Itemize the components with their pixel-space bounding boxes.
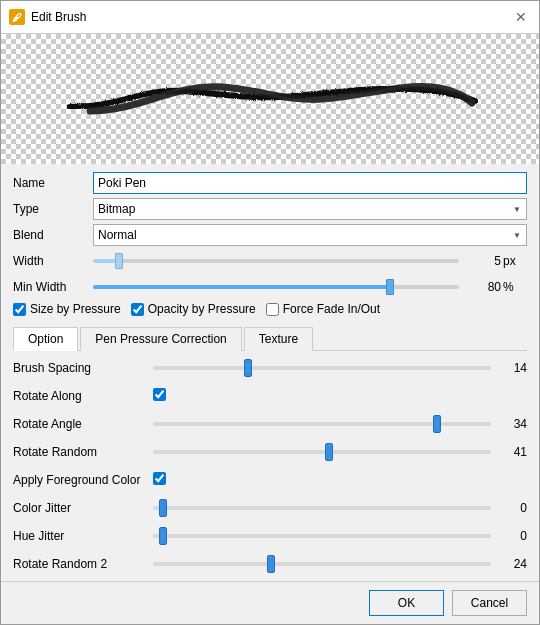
title-bar: 🖌 Edit Brush ✕: [1, 1, 539, 34]
minwidth-value: 80: [465, 280, 501, 294]
hue-jitter-value: 0: [497, 529, 527, 543]
brush-spacing-track[interactable]: [153, 366, 491, 370]
hue-jitter-thumb[interactable]: [159, 527, 167, 545]
apply-fg-color-checkbox-label[interactable]: [153, 472, 166, 488]
rotate-random-row: Rotate Random 41: [13, 441, 527, 463]
size-by-pressure-label: Size by Pressure: [30, 302, 121, 316]
close-button[interactable]: ✕: [511, 7, 531, 27]
blend-row: Blend Normal Multiply Screen: [13, 224, 527, 246]
rotate-random-thumb[interactable]: [325, 443, 333, 461]
tab-option[interactable]: Option: [13, 327, 78, 351]
rotate-along-label: Rotate Along: [13, 389, 153, 403]
name-row: Name: [13, 172, 527, 194]
minwidth-unit: %: [503, 280, 527, 294]
size-by-pressure-item[interactable]: Size by Pressure: [13, 302, 121, 316]
width-slider-wrap: [93, 250, 459, 272]
force-fade-label: Force Fade In/Out: [283, 302, 380, 316]
width-row: Width 5 px: [13, 250, 527, 272]
opacity-by-pressure-label: Opacity by Pressure: [148, 302, 256, 316]
rotate-along-row: Rotate Along: [13, 385, 527, 407]
name-label: Name: [13, 176, 93, 190]
rotate-along-checkbox[interactable]: [153, 388, 166, 401]
brush-spacing-slider-area: [153, 358, 491, 378]
brush-spacing-label: Brush Spacing: [13, 361, 153, 375]
color-jitter-track[interactable]: [153, 506, 491, 510]
cancel-button[interactable]: Cancel: [452, 590, 527, 616]
pressure-checkboxes-row: Size by Pressure Opacity by Pressure For…: [13, 302, 527, 316]
apply-fg-color-label: Apply Foreground Color: [13, 473, 153, 487]
blend-label: Blend: [13, 228, 93, 242]
type-select[interactable]: Bitmap Vector: [93, 198, 527, 220]
brush-spacing-thumb[interactable]: [244, 359, 252, 377]
apply-fg-color-row: Apply Foreground Color: [13, 469, 527, 491]
rotate-random-2-value: 24: [497, 557, 527, 571]
rotate-random-value: 41: [497, 445, 527, 459]
minwidth-row: Min Width 80 %: [13, 276, 527, 298]
color-jitter-value: 0: [497, 501, 527, 515]
tab-texture[interactable]: Texture: [244, 327, 313, 351]
minwidth-label: Min Width: [13, 280, 93, 294]
name-control: [93, 172, 527, 194]
type-select-wrapper: Bitmap Vector: [93, 198, 527, 220]
hue-jitter-slider-area: [153, 526, 491, 546]
rotate-angle-value: 34: [497, 417, 527, 431]
brush-spacing-value: 14: [497, 361, 527, 375]
rotate-angle-slider-area: [153, 414, 491, 434]
opacity-by-pressure-item[interactable]: Opacity by Pressure: [131, 302, 256, 316]
brush-stroke-svg: [60, 69, 480, 129]
blend-select[interactable]: Normal Multiply Screen: [93, 224, 527, 246]
opacity-by-pressure-checkbox[interactable]: [131, 303, 144, 316]
form-area: Name Type Bitmap Vector Blend Normal Mul…: [1, 164, 539, 326]
type-label: Type: [13, 202, 93, 216]
rotate-angle-thumb[interactable]: [433, 415, 441, 433]
width-slider-track[interactable]: [93, 259, 459, 263]
ok-button[interactable]: OK: [369, 590, 444, 616]
edit-brush-dialog: 🖌 Edit Brush ✕ Name: [0, 0, 540, 625]
bottom-bar: OK Cancel: [1, 581, 539, 624]
force-fade-checkbox[interactable]: [266, 303, 279, 316]
rotate-random-2-thumb[interactable]: [267, 555, 275, 573]
rotate-random-2-slider-area: [153, 554, 491, 574]
force-fade-item[interactable]: Force Fade In/Out: [266, 302, 380, 316]
sliders-area: Brush Spacing 14 Rotate Along Rotate Ang…: [1, 351, 539, 581]
minwidth-slider-wrap: [93, 276, 459, 298]
rotate-random-2-track[interactable]: [153, 562, 491, 566]
color-jitter-label: Color Jitter: [13, 501, 153, 515]
name-input[interactable]: [93, 172, 527, 194]
blend-select-wrapper: Normal Multiply Screen: [93, 224, 527, 246]
width-value: 5: [465, 254, 501, 268]
color-jitter-row: Color Jitter 0: [13, 497, 527, 519]
rotate-random-label: Rotate Random: [13, 445, 153, 459]
type-row: Type Bitmap Vector: [13, 198, 527, 220]
rotate-random-2-row: Rotate Random 2 24: [13, 553, 527, 575]
dialog-title: Edit Brush: [31, 10, 505, 24]
dialog-icon: 🖌: [9, 9, 25, 25]
rotate-angle-label: Rotate Angle: [13, 417, 153, 431]
rotate-along-checkbox-label[interactable]: [153, 388, 166, 404]
rotate-random-2-label: Rotate Random 2: [13, 557, 153, 571]
size-by-pressure-checkbox[interactable]: [13, 303, 26, 316]
hue-jitter-row: Hue Jitter 0: [13, 525, 527, 547]
rotate-angle-row: Rotate Angle 34: [13, 413, 527, 435]
tabs-bar: Option Pen Pressure Correction Texture: [13, 326, 527, 351]
color-jitter-thumb[interactable]: [159, 499, 167, 517]
rotate-random-slider-area: [153, 442, 491, 462]
brush-spacing-row: Brush Spacing 14: [13, 357, 527, 379]
rotate-random-track[interactable]: [153, 450, 491, 454]
hue-jitter-label: Hue Jitter: [13, 529, 153, 543]
width-unit: px: [503, 254, 527, 268]
hue-jitter-track[interactable]: [153, 534, 491, 538]
minwidth-slider-track[interactable]: [93, 285, 459, 289]
apply-fg-color-checkbox[interactable]: [153, 472, 166, 485]
width-label: Width: [13, 254, 93, 268]
rotate-angle-track[interactable]: [153, 422, 491, 426]
color-jitter-slider-area: [153, 498, 491, 518]
tab-pen-pressure[interactable]: Pen Pressure Correction: [80, 327, 241, 351]
brush-preview: [1, 34, 539, 164]
